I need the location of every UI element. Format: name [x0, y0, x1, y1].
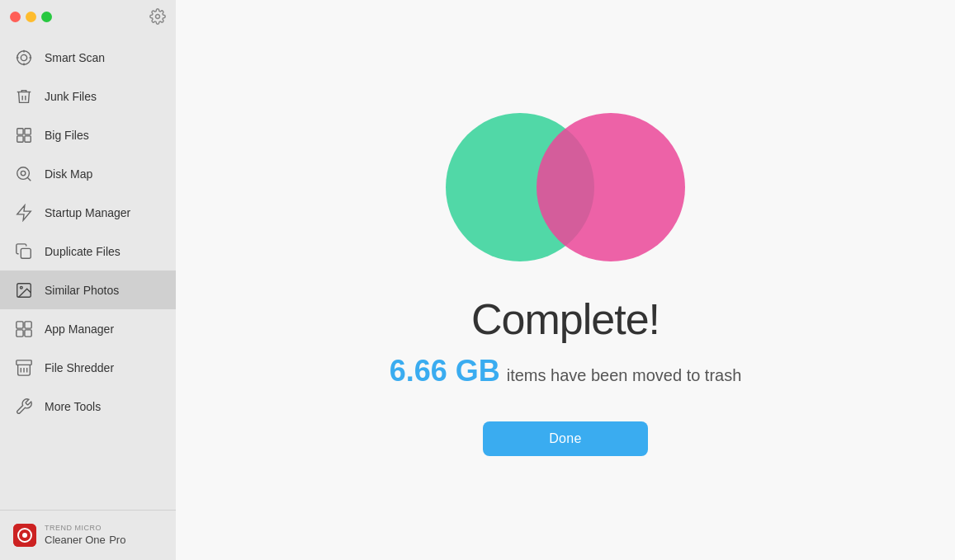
brand-logo [13, 524, 36, 547]
disk-map-icon [13, 163, 35, 185]
svg-point-1 [17, 50, 31, 64]
result-line: 6.66 GB items have been moved to trash [390, 354, 742, 388]
title-bar [0, 0, 176, 33]
svg-rect-17 [17, 321, 23, 327]
svg-rect-18 [25, 321, 31, 327]
svg-point-13 [21, 171, 25, 176]
more-tools-icon [13, 396, 35, 417]
nav-list: Smart Scan Junk Files [0, 33, 176, 510]
smart-scan-icon [13, 47, 35, 68]
big-files-label: Big Files [45, 129, 89, 142]
svg-line-12 [27, 177, 31, 181]
svg-rect-10 [25, 135, 31, 141]
brand-text: TREND MICRO Cleaner One Pro [45, 524, 125, 547]
complete-heading: Complete! [471, 294, 660, 344]
svg-point-16 [20, 286, 22, 289]
more-tools-label: More Tools [45, 400, 101, 413]
close-button[interactable] [10, 12, 21, 22]
settings-icon[interactable] [149, 8, 166, 25]
maximize-button[interactable] [41, 12, 52, 22]
svg-point-11 [17, 167, 30, 179]
svg-point-0 [156, 15, 160, 19]
sidebar-item-app-manager[interactable]: App Manager [0, 309, 176, 348]
big-files-icon [13, 125, 35, 146]
disk-map-label: Disk Map [45, 167, 92, 181]
svg-point-27 [22, 533, 27, 538]
sidebar-item-smart-scan[interactable]: Smart Scan [0, 38, 176, 77]
sidebar-item-junk-files[interactable]: Junk Files [0, 77, 176, 115]
sidebar-item-similar-photos[interactable]: Similar Photos [0, 271, 176, 309]
duplicate-files-label: Duplicate Files [45, 245, 121, 258]
traffic-lights [10, 12, 52, 22]
svg-rect-19 [17, 329, 23, 336]
file-shredder-label: File Shredder [45, 361, 114, 374]
done-button[interactable]: Done [483, 421, 648, 456]
main-content: Complete! 6.66 GB items have been moved … [176, 0, 955, 560]
svg-rect-7 [17, 128, 23, 134]
circle-right [537, 113, 685, 261]
startup-manager-label: Startup Manager [45, 206, 130, 219]
sidebar-item-more-tools[interactable]: More Tools [0, 387, 176, 426]
svg-point-2 [21, 54, 26, 60]
svg-rect-21 [17, 360, 31, 365]
sidebar-item-big-files[interactable]: Big Files [0, 115, 176, 154]
similar-photos-label: Similar Photos [45, 284, 119, 297]
junk-files-icon [13, 86, 35, 107]
sidebar-item-disk-map[interactable]: Disk Map [0, 154, 176, 193]
similar-photos-icon [13, 280, 35, 301]
app-manager-icon [13, 318, 35, 340]
app-manager-label: App Manager [45, 322, 114, 336]
svg-rect-8 [25, 128, 31, 134]
junk-files-label: Junk Files [45, 90, 97, 103]
sidebar: Smart Scan Junk Files [0, 0, 176, 560]
brand-tier: Pro [109, 534, 125, 546]
svg-rect-20 [25, 329, 31, 336]
brand-product: Cleaner One [45, 534, 106, 546]
svg-rect-9 [17, 135, 23, 141]
sidebar-footer: TREND MICRO Cleaner One Pro [0, 510, 176, 560]
smart-scan-label: Smart Scan [45, 51, 105, 64]
file-shredder-icon [13, 357, 35, 379]
brand-vendor: TREND MICRO [45, 524, 125, 532]
sidebar-item-duplicate-files[interactable]: Duplicate Files [0, 232, 176, 271]
svg-rect-14 [21, 248, 31, 258]
result-size: 6.66 GB [390, 354, 500, 388]
sidebar-item-startup-manager[interactable]: Startup Manager [0, 193, 176, 232]
result-description: items have been moved to trash [507, 366, 742, 385]
minimize-button[interactable] [26, 12, 36, 22]
sidebar-item-file-shredder[interactable]: File Shredder [0, 348, 176, 387]
duplicate-files-icon [13, 241, 35, 262]
venn-diagram [446, 105, 685, 270]
startup-manager-icon [13, 202, 35, 224]
